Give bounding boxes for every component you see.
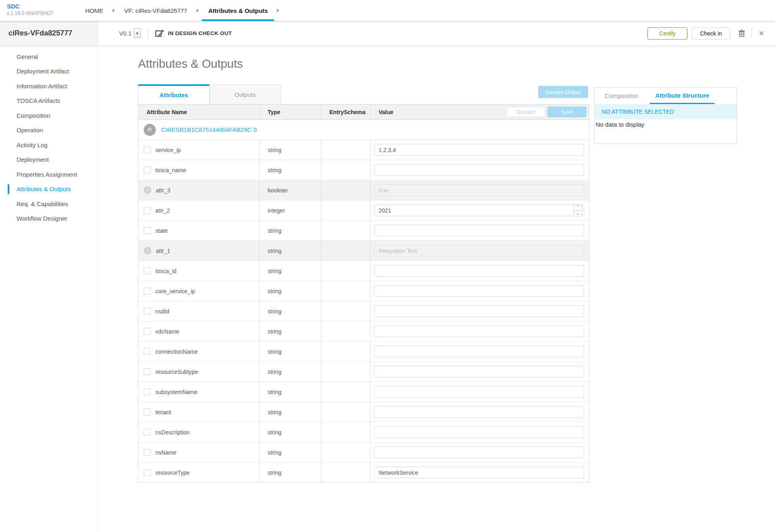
breadcrumb-tab-attributes-outputs[interactable]: Attributes & Outputs [202,0,274,21]
table-header-actions: Discard Save [506,106,586,117]
sidebar-item-properties-assignment[interactable]: Properties Assignment [0,167,98,182]
breadcrumb-arrow-icon [197,9,199,12]
attributes-outputs-tabs: Attributes Outputs [138,84,281,104]
attribute-value-input[interactable] [374,164,584,176]
attribute-value-input[interactable] [374,325,584,337]
row-checkbox[interactable] [144,267,151,274]
instance-group-row: R CIRESB1B1C875144804FAB29C 0 [138,120,589,140]
certify-button[interactable]: Certify [647,27,687,40]
attribute-row: ✓ attr_3 boolean ⌃⌄ [138,180,589,200]
sidebar-item-tosca-artifacts[interactable]: TOSCA Artifacts [0,94,98,108]
row-checkbox[interactable] [144,449,151,456]
discard-button[interactable]: Discard [506,106,545,117]
attribute-value-input[interactable] [374,265,584,277]
row-checkbox[interactable] [144,167,151,173]
attribute-type: string [268,227,281,234]
sidebar-item-operation[interactable]: Operation [0,123,98,138]
sidebar-item-label: Activity Log [17,142,48,148]
attribute-name: tosca_name [155,167,186,173]
row-checkbox[interactable] [144,328,151,335]
version-selector[interactable]: V0.1 [119,28,141,38]
sidebar-item-attributes-outputs[interactable]: Attributes & Outputs [0,182,98,197]
declare-output-button[interactable]: Declare Output [538,86,588,98]
row-checkbox[interactable] [144,308,151,315]
attribute-value-input[interactable] [374,225,584,236]
attribute-value-input[interactable] [374,366,584,378]
detail-panel-tab-composition[interactable]: Composition [602,88,641,104]
attribute-name: subsystemName [155,389,197,395]
row-checkbox-checked-disabled: ✓ [144,247,151,255]
attribute-name: resourceSubtype [155,369,198,375]
sidebar-item-label: Deployment [17,156,49,163]
attribute-value-cell: ⌃⌄ [371,241,589,261]
breadcrumb-tab-home[interactable]: HOME [79,0,110,21]
version-dropdown-button[interactable] [134,28,141,38]
spinner-up-icon[interactable]: ⌃ [574,204,582,210]
attribute-name: vdcName [155,328,179,335]
attribute-value-input[interactable] [374,386,584,398]
attribute-type-cell: string [260,422,321,442]
row-checkbox[interactable] [144,227,151,234]
attribute-value-input[interactable] [374,446,584,458]
breadcrumb-tab-vf-cires-vfda825777[interactable]: VF: ciRes-VFda825777 [118,0,194,21]
save-button[interactable]: Save [547,106,586,117]
attribute-name: tenant [155,409,171,415]
sidebar-item-label: Req. & Capabilities [17,200,68,207]
attribute-value-input[interactable] [374,285,584,297]
attribute-row: ✓ state string ⌃⌄ [138,221,589,241]
sidebar-item-information-artifact[interactable]: Information Artifact [0,79,98,94]
sidebar-menu: General Deployment Artifact Information … [0,49,98,226]
attribute-type: string [268,328,281,335]
tab-attributes[interactable]: Attributes [138,84,209,104]
sidebar-item-general[interactable]: General [0,49,98,64]
sidebar-item-req-capabilities[interactable]: Req. & Capabilities [0,196,98,211]
tab-outputs[interactable]: Outputs [209,84,281,104]
attribute-value-input[interactable] [374,204,584,216]
table-header-row: Attribute Name Type EntrySchema Value Di… [138,104,589,120]
attribute-value-cell: ⌃⌄ [371,362,589,382]
breadcrumb-arrow-icon [277,9,279,12]
lifecycle-status: IN DESIGN CHECK OUT [155,29,232,38]
attribute-name-cell: ✓ tosca_id [138,261,260,281]
instance-group-link[interactable]: CIRESB1B1C875144804FAB29C 0 [161,126,257,133]
spinner-down-icon[interactable]: ⌄ [574,211,582,217]
row-checkbox[interactable] [144,348,151,355]
sidebar-item-label: General [17,53,38,60]
row-checkbox[interactable] [144,409,151,415]
close-button[interactable]: ✕ [757,28,766,39]
attribute-type-cell: string [260,382,321,402]
app-logo[interactable]: SDC v.1.16.0-SNAPSHOT [7,3,54,17]
attribute-value-input[interactable] [374,144,584,156]
delete-button[interactable] [737,28,747,39]
attribute-type-cell: string [260,140,321,160]
row-checkbox[interactable] [144,429,151,436]
tab-label: Attributes [159,92,188,98]
attribute-type: string [268,389,281,395]
attribute-name: attr_2 [155,207,170,214]
row-checkbox[interactable] [144,388,151,395]
value-input-wrap: ⌃⌄ [374,386,584,398]
detail-panel-tab-attribute-structure[interactable]: Attribute Structure [650,88,714,104]
row-checkbox[interactable] [144,146,151,153]
row-checkbox[interactable] [144,469,151,476]
sidebar-item-workflow-designer[interactable]: Workflow Designer [0,211,98,226]
attribute-value-input[interactable] [374,346,584,357]
attribute-name-cell: ✓ resourceType [138,463,260,482]
attribute-name: core_service_ip [155,288,195,294]
check-in-button[interactable]: Check in [692,27,730,40]
attribute-value-cell: ⌃⌄ [371,180,589,200]
attribute-value-input[interactable] [374,467,584,478]
row-checkbox[interactable] [144,368,151,375]
row-checkbox[interactable] [144,288,151,294]
attribute-type: string [268,369,281,375]
attribute-value-input[interactable] [374,426,584,438]
attribute-type: integer [268,207,285,214]
row-checkbox[interactable] [144,207,151,214]
sidebar-item-deployment-artifact[interactable]: Deployment Artifact [0,64,98,79]
sidebar-item-deployment[interactable]: Deployment [0,152,98,167]
sidebar-item-composition[interactable]: Composition [0,108,98,123]
attribute-value-input[interactable] [374,305,584,317]
attribute-value-input[interactable] [374,406,584,418]
sidebar-item-activity-log[interactable]: Activity Log [0,138,98,152]
sidebar-item-label: Attributes & Outputs [17,186,71,192]
